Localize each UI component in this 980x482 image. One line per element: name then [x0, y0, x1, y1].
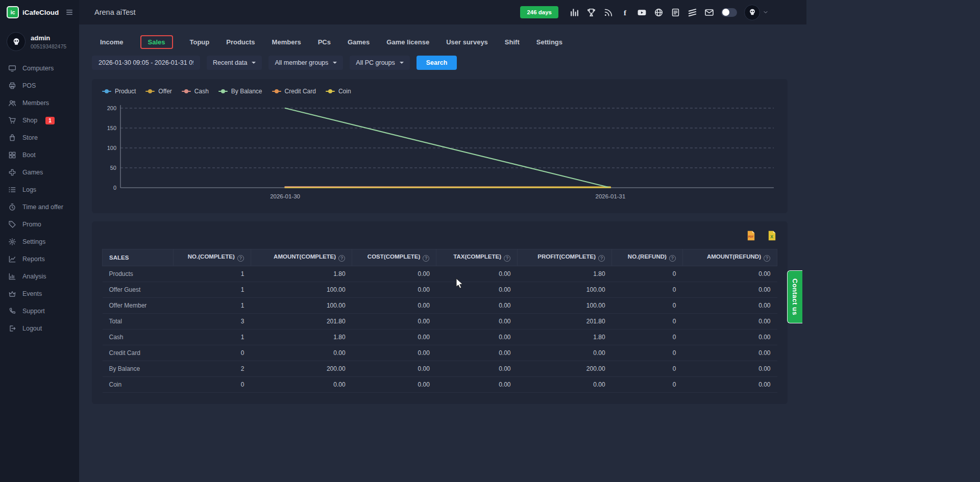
- rss-icon[interactable]: [603, 8, 613, 17]
- pc-groups-select[interactable]: All PC groups: [350, 56, 409, 70]
- youtube-icon[interactable]: [637, 8, 647, 17]
- trophy-icon[interactable]: [586, 8, 596, 17]
- legend-item-offer[interactable]: Offer: [145, 88, 172, 95]
- table-cell: 0.00: [517, 345, 611, 361]
- table-cell: Coin: [103, 376, 174, 392]
- table-cell: 0.00: [251, 376, 352, 392]
- table-cell: 201.80: [517, 313, 611, 329]
- table-cell: 0.00: [352, 376, 436, 392]
- layers-icon[interactable]: [688, 8, 697, 17]
- tab-shift[interactable]: Shift: [505, 38, 520, 46]
- stats-icon[interactable]: [570, 8, 579, 17]
- date-range-input[interactable]: [92, 56, 200, 70]
- table-cell: 0.00: [682, 361, 777, 376]
- caret-down-icon: [333, 62, 337, 64]
- facebook-icon[interactable]: f: [620, 8, 630, 17]
- sidebar-item-shop[interactable]: Shop1: [0, 112, 79, 129]
- sidebar-item-store[interactable]: Store: [0, 129, 79, 146]
- table-row: Coin00.000.000.000.0000.00: [103, 376, 777, 392]
- sidebar-item-label: Events: [22, 290, 42, 297]
- table-cell: 3: [173, 313, 251, 329]
- sidebar-header: ic iCafeCloud: [0, 0, 79, 24]
- legend-item-by-balance[interactable]: By Balance: [218, 88, 262, 95]
- sidebar-item-label: Games: [22, 169, 43, 176]
- sidebar-item-logs[interactable]: Logs: [0, 181, 79, 198]
- sales-table: SALESNO.(COMPLETE)?AMOUNT(COMPLETE)?COST…: [102, 249, 777, 393]
- svg-text:0: 0: [113, 185, 116, 191]
- legend-label: Cash: [194, 88, 209, 95]
- table-cell: 1.80: [517, 329, 611, 345]
- legend-label: Product: [115, 88, 136, 95]
- help-icon[interactable]: ?: [598, 255, 605, 262]
- table-cell: 100.00: [251, 282, 352, 297]
- sidebar-item-label: Logout: [22, 325, 42, 332]
- table-cell: 0.00: [436, 376, 518, 392]
- sidebar-item-games[interactable]: Games: [0, 164, 79, 181]
- theme-toggle[interactable]: [721, 8, 737, 17]
- column-header: AMOUNT(REFUND)?: [682, 249, 777, 266]
- member-groups-select[interactable]: All member groups: [268, 56, 343, 70]
- legend-label: Coin: [338, 88, 351, 95]
- pdf-export-icon[interactable]: PDF: [747, 231, 755, 241]
- topbar-actions: 246 days f: [520, 5, 769, 20]
- help-icon[interactable]: ?: [237, 255, 244, 262]
- table-cell: 0: [612, 297, 683, 313]
- caret-down-icon: [400, 62, 404, 64]
- excel-export-icon[interactable]: X: [768, 231, 776, 241]
- column-header: NO.(REFUND)?: [612, 249, 683, 266]
- help-icon[interactable]: ?: [504, 255, 510, 262]
- sidebar-item-logout[interactable]: Logout: [0, 320, 79, 337]
- table-cell: 0.00: [352, 313, 436, 329]
- help-icon[interactable]: ?: [669, 255, 676, 262]
- tab-income[interactable]: Income: [100, 38, 124, 46]
- tab-members[interactable]: Members: [272, 38, 301, 46]
- sidebar-item-members[interactable]: Members: [0, 94, 79, 112]
- table-cell: Offer Guest: [103, 282, 174, 297]
- hamburger-menu-icon[interactable]: [65, 9, 74, 16]
- sidebar-item-analysis[interactable]: Analysis: [0, 268, 79, 285]
- theme-toggle-knob: [722, 9, 729, 16]
- legend-item-credit-card[interactable]: Credit Card: [272, 88, 316, 95]
- table-cell: 200.00: [251, 361, 352, 376]
- legend-marker: [326, 91, 335, 92]
- sidebar-item-pos[interactable]: POS: [0, 77, 79, 94]
- tab-games[interactable]: Games: [348, 38, 370, 46]
- sidebar-item-computers[interactable]: Computers: [0, 60, 79, 77]
- help-icon[interactable]: ?: [338, 255, 345, 262]
- table-cell: 0.00: [436, 345, 518, 361]
- member-groups-select-value: All member groups: [275, 59, 328, 66]
- tab-game-license[interactable]: Game license: [386, 38, 429, 46]
- profile-menu[interactable]: [744, 5, 769, 20]
- boot-icon: [8, 151, 16, 159]
- mail-icon[interactable]: [704, 8, 714, 17]
- sidebar-item-boot[interactable]: Boot: [0, 146, 79, 164]
- sidebar-item-time-and-offer[interactable]: Time and offer: [0, 198, 79, 216]
- pages-icon[interactable]: [671, 8, 680, 17]
- search-button[interactable]: Search: [416, 56, 457, 70]
- legend-item-coin[interactable]: Coin: [326, 88, 351, 95]
- sidebar-item-promo[interactable]: Promo: [0, 216, 79, 233]
- sidebar-item-support[interactable]: Support: [0, 302, 79, 320]
- table-cell: 0: [612, 329, 683, 345]
- legend-item-product[interactable]: Product: [102, 88, 136, 95]
- table-cell: 0: [612, 376, 683, 392]
- tab-user-surveys[interactable]: User surveys: [446, 38, 488, 46]
- sidebar-item-label: Logs: [22, 186, 36, 193]
- sidebar-item-events[interactable]: Events: [0, 285, 79, 302]
- brand-logo: ic: [7, 6, 19, 18]
- table-cell: 1: [173, 282, 251, 297]
- contact-us-button[interactable]: Contact us: [787, 270, 802, 323]
- globe-icon[interactable]: [654, 8, 664, 17]
- tab-topup[interactable]: Topup: [190, 38, 210, 46]
- sidebar-item-reports[interactable]: Reports: [0, 250, 79, 268]
- tab-settings[interactable]: Settings: [536, 38, 562, 46]
- help-icon[interactable]: ?: [423, 255, 429, 262]
- license-days-button[interactable]: 246 days: [520, 6, 558, 18]
- sidebar-item-settings[interactable]: Settings: [0, 233, 79, 250]
- tab-sales[interactable]: Sales: [140, 35, 173, 49]
- recent-data-select[interactable]: Recent data: [207, 56, 262, 70]
- tab-pcs[interactable]: PCs: [318, 38, 331, 46]
- legend-item-cash[interactable]: Cash: [182, 88, 209, 95]
- tab-products[interactable]: Products: [226, 38, 255, 46]
- help-icon[interactable]: ?: [764, 255, 770, 262]
